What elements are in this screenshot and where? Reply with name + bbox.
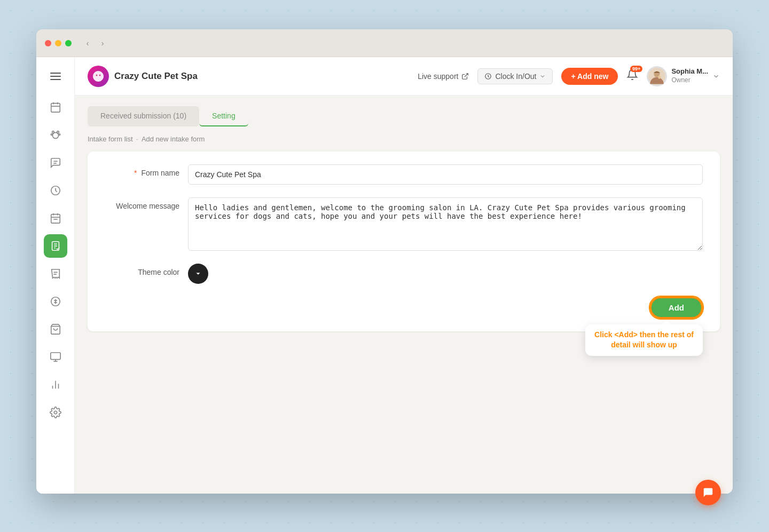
breadcrumb-add-action[interactable]: Add new intake form — [142, 135, 205, 143]
sidebar-item-reminders[interactable] — [44, 179, 67, 202]
sidebar-item-billing[interactable] — [44, 290, 67, 313]
svg-point-37 — [99, 74, 101, 76]
svg-rect-1 — [50, 76, 61, 77]
tab-received-submission[interactable]: Received submission (10) — [88, 106, 199, 126]
form-name-row: * Form name — [105, 164, 703, 185]
theme-color-dropdown[interactable] — [188, 264, 208, 284]
menu-icon[interactable] — [45, 66, 66, 87]
notification-button[interactable]: 99+ — [626, 69, 638, 83]
theme-color-label: Theme color — [105, 264, 179, 276]
svg-point-36 — [96, 74, 98, 76]
svg-point-7 — [52, 132, 58, 138]
sidebar-item-settings[interactable] — [44, 401, 67, 424]
svg-point-11 — [58, 134, 60, 136]
main-content: Crazy Cute Pet Spa Live support — [75, 57, 733, 494]
user-text: Sophia M... Owner — [671, 67, 708, 84]
brand-logo — [88, 66, 109, 87]
sidebar-item-monitor[interactable] — [44, 345, 67, 369]
close-button[interactable] — [45, 40, 51, 46]
tab-bar: Received submission (10) Setting — [88, 106, 720, 126]
maximize-button[interactable] — [65, 40, 72, 46]
user-role: Owner — [671, 76, 708, 85]
app-body: Crazy Cute Pet Spa Live support — [36, 57, 733, 494]
traffic-lights — [45, 40, 72, 46]
header-actions: Live support Clock In/Out — [418, 66, 720, 86]
svg-point-10 — [51, 134, 52, 136]
theme-color-row: Theme color — [105, 264, 703, 284]
svg-point-42 — [658, 75, 661, 78]
forward-arrow[interactable]: › — [97, 38, 108, 49]
form-name-label: * Form name — [105, 164, 179, 177]
user-name: Sophia M... — [671, 67, 708, 76]
welcome-message-row: Welcome message Hello ladies and gentlem… — [105, 197, 703, 251]
page-content: Received submission (10) Setting Intake … — [75, 96, 733, 494]
app-window: ‹ › — [36, 29, 733, 494]
breadcrumb-list-link[interactable]: Intake form list — [88, 135, 133, 143]
welcome-message-label: Welcome message — [105, 197, 179, 210]
welcome-message-textarea[interactable]: Hello ladies and gentlemen, welcome to t… — [188, 197, 703, 251]
svg-rect-2 — [50, 79, 61, 80]
sidebar-item-analytics[interactable] — [44, 373, 67, 396]
breadcrumb: Intake form list - Add new intake form — [88, 135, 720, 143]
notification-badge: 99+ — [630, 66, 642, 72]
sidebar-item-products[interactable] — [44, 317, 67, 341]
sidebar-item-schedule[interactable] — [44, 207, 67, 230]
live-support-button[interactable]: Live support — [418, 72, 469, 81]
minimize-button[interactable] — [55, 40, 61, 46]
breadcrumb-separator: - — [136, 135, 138, 143]
app-header: Crazy Cute Pet Spa Live support — [75, 57, 733, 96]
brand-name: Crazy Cute Pet Spa — [114, 71, 198, 82]
svg-rect-3 — [51, 104, 60, 113]
add-new-button[interactable]: + Add new — [561, 68, 618, 85]
form-name-input[interactable] — [188, 164, 703, 185]
titlebar: ‹ › — [36, 29, 733, 57]
svg-rect-0 — [50, 73, 61, 74]
sidebar-item-pets[interactable] — [44, 123, 67, 147]
tooltip-bubble: Click <Add> then the rest of detail will… — [585, 324, 703, 356]
sidebar-item-calendar[interactable] — [44, 96, 67, 119]
add-form-button[interactable]: Add — [650, 297, 703, 319]
chevron-down-icon — [712, 73, 720, 80]
sidebar — [36, 57, 75, 494]
svg-rect-29 — [50, 353, 60, 360]
sidebar-item-receipts[interactable] — [44, 262, 67, 285]
chat-fab-button[interactable] — [695, 480, 721, 505]
svg-line-38 — [465, 73, 468, 76]
required-star: * — [134, 169, 137, 177]
svg-point-8 — [52, 131, 54, 133]
svg-point-35 — [54, 411, 57, 414]
brand: Crazy Cute Pet Spa — [88, 66, 409, 87]
form-actions: Add Click <Add> then the rest of detail … — [105, 297, 703, 319]
nav-arrows: ‹ › — [82, 38, 108, 49]
sidebar-item-intake[interactable] — [44, 234, 67, 258]
svg-rect-15 — [51, 215, 60, 224]
sidebar-item-chat[interactable] — [44, 151, 67, 174]
user-avatar — [647, 66, 667, 86]
svg-point-9 — [57, 131, 59, 133]
tab-setting[interactable]: Setting — [199, 106, 248, 126]
clock-in-out-button[interactable]: Clock In/Out — [477, 68, 553, 84]
user-info[interactable]: Sophia M... Owner — [647, 66, 720, 86]
back-arrow[interactable]: ‹ — [82, 38, 93, 49]
form-card: * Form name Welcome message Hello ladies… — [88, 152, 720, 331]
